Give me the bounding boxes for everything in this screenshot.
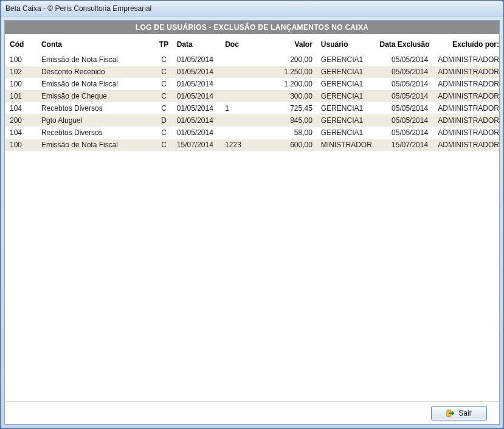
- cell-usuario: GERENCIA1: [319, 66, 378, 78]
- table-header-row: Cód Conta TP Data Doc Valor Usuário Data…: [5, 34, 499, 54]
- table-row[interactable]: 200Pgto AluguelD01/05/2014845,00GERENCIA…: [5, 114, 499, 127]
- col-header-tp[interactable]: TP: [153, 34, 174, 54]
- cell-data: 01/05/2014: [174, 90, 223, 102]
- cell-tp: C: [153, 139, 174, 151]
- cell-valor: 300,00: [260, 90, 319, 102]
- cell-usuario: GERENCIA1: [319, 127, 378, 139]
- cell-conta: Emissão de Nota Fiscal: [39, 139, 153, 151]
- window-title: Beta Caixa - © Peris Consultoria Empresa…: [5, 4, 151, 13]
- cell-cod: 101: [5, 90, 39, 102]
- cell-dataex: 05/05/2014: [378, 114, 435, 127]
- cell-tp: D: [153, 114, 174, 127]
- col-header-cod[interactable]: Cód: [5, 34, 39, 54]
- cell-doc: [223, 54, 260, 66]
- cell-valor: 1.250,00: [260, 66, 319, 78]
- table-row[interactable]: 100Emissão de Nota FiscalC15/07/20141223…: [5, 139, 499, 151]
- cell-data: 01/05/2014: [174, 54, 223, 66]
- table-row[interactable]: 104Recebtos DiversosC01/05/201458,00GERE…: [5, 127, 499, 139]
- col-header-dataexclusao[interactable]: Data Exclusão: [378, 34, 435, 54]
- cell-data: 15/07/2014: [174, 139, 223, 151]
- cell-conta: Recebtos Diversos: [39, 127, 153, 139]
- window-titlebar[interactable]: Beta Caixa - © Peris Consultoria Empresa…: [1, 1, 503, 16]
- cell-cod: 104: [5, 127, 39, 139]
- cell-valor: 1.200,00: [260, 78, 319, 90]
- cell-conta: Desconto Recebido: [39, 66, 153, 78]
- cell-data: 01/05/2014: [174, 127, 223, 139]
- exit-icon: [446, 409, 455, 417]
- app-window: Beta Caixa - © Peris Consultoria Empresa…: [0, 0, 504, 429]
- cell-tp: C: [153, 66, 174, 78]
- cell-cod: 100: [5, 54, 39, 66]
- cell-usuario: GERENCIA1: [319, 54, 378, 66]
- cell-usuario: GERENCIA1: [319, 102, 378, 114]
- cell-usuario: GERENCIA1: [319, 90, 378, 102]
- cell-dataex: 05/05/2014: [378, 127, 435, 139]
- cell-tp: C: [153, 54, 174, 66]
- cell-dataex: 05/05/2014: [378, 54, 435, 66]
- log-table: Cód Conta TP Data Doc Valor Usuário Data…: [5, 34, 499, 151]
- cell-tp: C: [153, 90, 174, 102]
- cell-excpor: ADMINISTRADOR: [434, 78, 499, 90]
- table-row[interactable]: 104Recebtos DiversosC01/05/20141725,45GE…: [5, 102, 499, 114]
- cell-conta: Emissão de Cheque: [39, 90, 153, 102]
- cell-doc: [223, 78, 260, 90]
- cell-valor: 725,45: [260, 102, 319, 114]
- cell-conta: Emissão de Nota Fiscal: [39, 54, 153, 66]
- table-row[interactable]: 102Desconto RecebidoC01/05/20141.250,00G…: [5, 66, 499, 78]
- cell-usuario: GERENCIA1: [319, 78, 378, 90]
- col-header-excluidopor[interactable]: Excluído por:: [434, 34, 499, 54]
- cell-data: 01/05/2014: [174, 78, 223, 90]
- cell-dataex: 05/05/2014: [378, 66, 435, 78]
- cell-dataex: 05/05/2014: [378, 102, 435, 114]
- cell-dataex: 15/07/2014: [378, 139, 435, 151]
- cell-data: 01/05/2014: [174, 114, 223, 127]
- client-area: LOG DE USUÁRIOS - EXCLUSÃO DE LANÇAMENTO…: [4, 20, 500, 425]
- cell-excpor: ADMINISTRADOR: [434, 54, 499, 66]
- cell-excpor: ADMINISTRADOR: [434, 90, 499, 102]
- cell-valor: 845,00: [260, 114, 319, 127]
- cell-doc: [223, 66, 260, 78]
- cell-tp: C: [153, 127, 174, 139]
- cell-doc: 1223: [223, 139, 260, 151]
- cell-dataex: 05/05/2014: [378, 78, 435, 90]
- exit-button-label: Sair: [458, 409, 471, 417]
- table-row[interactable]: 100Emissão de Nota FiscalC01/05/20141.20…: [5, 78, 499, 90]
- footer-bar: Sair: [5, 401, 499, 424]
- cell-valor: 200,00: [260, 54, 319, 66]
- cell-dataex: 05/05/2014: [378, 90, 435, 102]
- data-grid[interactable]: Cód Conta TP Data Doc Valor Usuário Data…: [5, 34, 499, 401]
- cell-cod: 102: [5, 66, 39, 78]
- cell-data: 01/05/2014: [174, 102, 223, 114]
- cell-conta: Pgto Aluguel: [39, 114, 153, 127]
- table-row[interactable]: 100Emissão de Nota FiscalC01/05/2014200,…: [5, 54, 499, 66]
- cell-data: 01/05/2014: [174, 66, 223, 78]
- col-header-data[interactable]: Data: [174, 34, 223, 54]
- exit-button[interactable]: Sair: [431, 406, 487, 420]
- report-title: LOG DE USUÁRIOS - EXCLUSÃO DE LANÇAMENTO…: [136, 23, 368, 32]
- cell-valor: 600,00: [260, 139, 319, 151]
- cell-doc: 1: [223, 102, 260, 114]
- cell-excpor: ADMINISTRADOR: [434, 127, 499, 139]
- cell-tp: C: [153, 102, 174, 114]
- col-header-valor[interactable]: Valor: [260, 34, 319, 54]
- col-header-doc[interactable]: Doc: [223, 34, 260, 54]
- cell-conta: Emissão de Nota Fiscal: [39, 78, 153, 90]
- report-title-banner: LOG DE USUÁRIOS - EXCLUSÃO DE LANÇAMENTO…: [5, 21, 499, 34]
- cell-conta: Recebtos Diversos: [39, 102, 153, 114]
- cell-valor: 58,00: [260, 127, 319, 139]
- cell-cod: 100: [5, 139, 39, 151]
- cell-excpor: ADMINISTRADOR: [434, 114, 499, 127]
- col-header-usuario[interactable]: Usuário: [319, 34, 378, 54]
- table-row[interactable]: 101Emissão de ChequeC01/05/2014300,00GER…: [5, 90, 499, 102]
- cell-tp: C: [153, 78, 174, 90]
- cell-excpor: ADMINISTRADOR: [434, 66, 499, 78]
- cell-cod: 200: [5, 114, 39, 127]
- cell-cod: 100: [5, 78, 39, 90]
- cell-doc: [223, 127, 260, 139]
- cell-excpor: ADMINISTRADOR: [434, 102, 499, 114]
- cell-usuario: GERENCIA1: [319, 114, 378, 127]
- cell-doc: [223, 90, 260, 102]
- cell-cod: 104: [5, 102, 39, 114]
- cell-doc: [223, 114, 260, 127]
- col-header-conta[interactable]: Conta: [39, 34, 153, 54]
